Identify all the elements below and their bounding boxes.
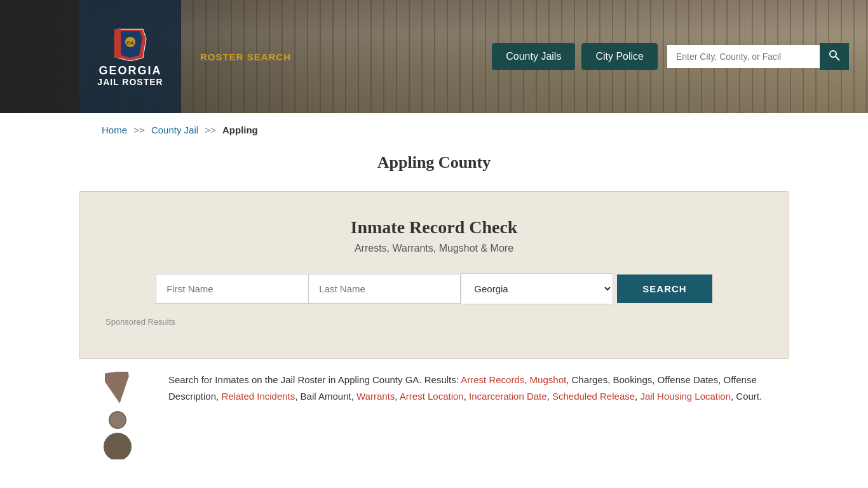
- jail-housing-location-link[interactable]: Jail Housing Location: [640, 391, 731, 402]
- record-check-section: Inmate Record Check Arrests, Warrants, M…: [79, 191, 789, 359]
- svg-point-9: [104, 433, 132, 459]
- svg-marker-7: [105, 372, 130, 403]
- sponsored-results-label: Sponsored Results: [99, 317, 769, 327]
- breadcrumb-sep-1: >>: [133, 125, 145, 135]
- logo-georgia-text: GEORGIA: [98, 65, 161, 78]
- svg-point-5: [830, 51, 836, 57]
- svg-rect-4: [114, 29, 121, 58]
- bookmark-icon: [105, 372, 130, 403]
- arrest-location-link[interactable]: Arrest Location: [400, 391, 464, 402]
- breadcrumb-current: Appling: [222, 125, 258, 135]
- incarceration-date-link[interactable]: Incarceration Date: [469, 391, 547, 402]
- city-police-button[interactable]: City Police: [581, 43, 658, 70]
- county-jails-button[interactable]: County Jails: [492, 43, 575, 70]
- site-header: GA GEORGIA JAIL ROSTER ROSTER SEARCH Cou…: [0, 0, 868, 113]
- logo-area[interactable]: GA GEORGIA JAIL ROSTER: [79, 0, 181, 113]
- inmate-search-form: Georgia Alabama Florida Tennessee SEARCH: [99, 273, 769, 304]
- roster-search-link[interactable]: ROSTER SEARCH: [200, 51, 291, 62]
- related-incidents-link[interactable]: Related Incidents: [221, 391, 295, 402]
- record-check-title: Inmate Record Check: [99, 217, 769, 238]
- header-search-area: [667, 43, 849, 70]
- search-icon: [829, 50, 840, 61]
- breadcrumb: Home >> County Jail >> Appling: [0, 113, 868, 147]
- record-check-subtitle: Arrests, Warrants, Mugshot & More: [99, 243, 769, 254]
- svg-point-10: [110, 412, 125, 428]
- first-name-input[interactable]: [156, 274, 308, 304]
- breadcrumb-county-jail[interactable]: County Jail: [151, 125, 198, 135]
- inmate-search-button[interactable]: SEARCH: [617, 274, 712, 303]
- header-search-button[interactable]: [820, 43, 849, 70]
- page-title-area: Appling County: [0, 147, 868, 191]
- mugshot-link[interactable]: Mugshot: [530, 374, 567, 385]
- breadcrumb-home[interactable]: Home: [102, 125, 127, 135]
- logo-jail-roster-text: JAIL ROSTER: [97, 77, 163, 87]
- figure-icon: [95, 409, 140, 459]
- header-search-input[interactable]: [667, 45, 820, 68]
- nav-area: ROSTER SEARCH County Jails City Police: [181, 0, 868, 113]
- state-select[interactable]: Georgia Alabama Florida Tennessee: [461, 273, 613, 304]
- georgia-seal-icon: GA: [111, 26, 149, 61]
- svg-text:GA: GA: [126, 40, 134, 46]
- arrest-records-link[interactable]: Arrest Records: [461, 374, 524, 385]
- info-section: Search for Inmates on the Jail Roster in…: [0, 359, 868, 472]
- breadcrumb-sep-2: >>: [205, 125, 216, 135]
- info-icon-area: [79, 372, 156, 459]
- warrants-link[interactable]: Warrants: [356, 391, 395, 402]
- page-title: Appling County: [0, 153, 868, 172]
- svg-line-6: [836, 57, 839, 60]
- info-description-text: Search for Inmates on the Jail Roster in…: [168, 372, 789, 404]
- scheduled-release-link[interactable]: Scheduled Release: [552, 391, 635, 402]
- last-name-input[interactable]: [308, 274, 461, 304]
- nav-buttons: County Jails City Police: [492, 43, 658, 70]
